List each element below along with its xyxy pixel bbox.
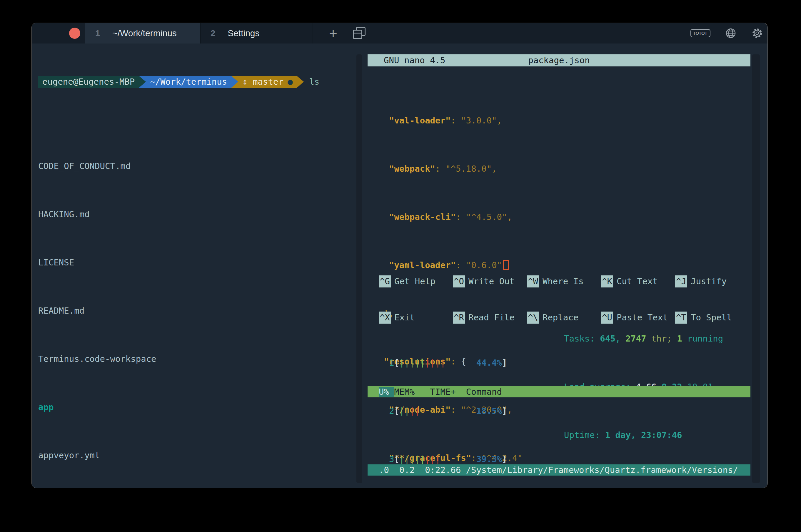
- list-item: CODE_OF_CONDUCT.md: [38, 160, 365, 172]
- new-tab-button[interactable]: +: [324, 23, 342, 43]
- nano-filename: package.json: [368, 54, 750, 66]
- process-row[interactable]: .0 0.2 0:22.66 /System/Library/Framework…: [368, 464, 750, 476]
- nano-line: "val-loader": "3.0.0",: [379, 115, 750, 127]
- powerline-arrow-icon: [297, 76, 304, 88]
- htop-summary-line: Tasks: 645, 2747 thr; 1 running: [564, 333, 723, 345]
- list-item: README.md: [38, 305, 365, 317]
- serial-port-icon[interactable]: IOIOI: [690, 29, 710, 37]
- list-item: appveyor.yml: [38, 450, 365, 461]
- terminal-pane-right[interactable]: GNU nano 4.5 package.json "val-loader": …: [365, 43, 767, 488]
- tab-number: 2: [210, 28, 215, 38]
- desktop: 1 ~/Work/terminus 2 Settings + IOIOI: [0, 0, 801, 532]
- nano-titlebar: GNU nano 4.5 package.json: [368, 54, 750, 66]
- shell-prompt: eugene@Eugenes-MBP ~/Work/terminus ↕ mas…: [38, 76, 365, 88]
- globe-icon[interactable]: [724, 27, 737, 40]
- gear-icon[interactable]: [751, 27, 764, 40]
- tab-settings[interactable]: 2 Settings: [200, 23, 313, 43]
- list-item: Terminus.code-workspace: [38, 353, 365, 365]
- file-listing: CODE_OF_CONDUCT.md HACKING.md LICENSE RE…: [38, 112, 365, 488]
- htop-table-header[interactable]: U% MEM% TIME+ Command: [368, 386, 750, 397]
- git-dirty-dot-icon: ●: [287, 76, 293, 88]
- right-pane-scrollbar[interactable]: [752, 54, 760, 483]
- titlebar[interactable]: 1 ~/Work/terminus 2 Settings + IOIOI: [32, 23, 767, 43]
- prompt-user-segment: eugene@Eugenes-MBP: [38, 76, 139, 88]
- terminal-pane-left[interactable]: eugene@Eugenes-MBP ~/Work/terminus ↕ mas…: [32, 43, 365, 488]
- tab-work-terminus[interactable]: 1 ~/Work/terminus: [85, 23, 200, 43]
- tab-title: Settings: [228, 28, 259, 38]
- tab-title: ~/Work/terminus: [112, 28, 177, 38]
- left-pane-scrollbar[interactable]: [356, 54, 362, 483]
- prompt-path-segment: ~/Work/terminus: [146, 76, 231, 88]
- terminus-window: 1 ~/Work/terminus 2 Settings + IOIOI: [32, 23, 767, 488]
- list-item: LICENSE: [38, 256, 365, 269]
- nano-line: "webpack-cli": "^4.5.0",: [379, 211, 750, 223]
- list-item: HACKING.md: [38, 208, 365, 221]
- powerline-arrow-icon: [139, 76, 146, 88]
- tab-number: 1: [95, 28, 100, 38]
- sort-column-header: U%: [379, 387, 394, 397]
- prompt-git-segment: ↕ master●: [238, 76, 297, 88]
- close-button[interactable]: [69, 27, 80, 39]
- git-branch-icon: ↕: [242, 76, 247, 88]
- powerline-arrow-icon: [231, 76, 238, 88]
- list-item: app: [38, 401, 365, 413]
- nano-line: "webpack": "^5.18.0",: [379, 163, 750, 175]
- typed-command: ls: [309, 76, 319, 88]
- split-windows-icon[interactable]: [353, 27, 367, 40]
- htop-process-table: U% MEM% TIME+ Command .0 0.2 0:22.66 /Sy…: [368, 364, 750, 488]
